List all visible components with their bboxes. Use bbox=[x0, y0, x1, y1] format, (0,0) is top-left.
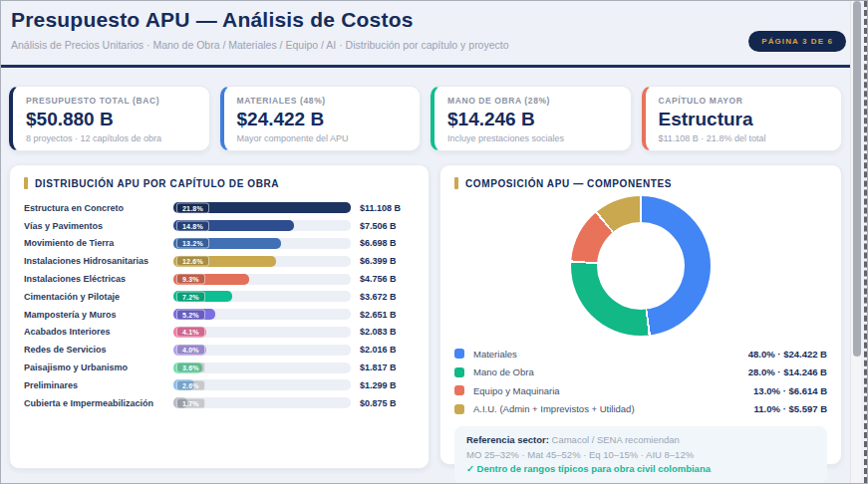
kpi-card: CAPÍTULO MAYOR Estructura $11.108 B · 21… bbox=[642, 86, 843, 151]
kpi-label: MATERIALES (48%) bbox=[237, 96, 408, 106]
bar-value-label: $4.756 B bbox=[351, 274, 415, 284]
bar-track: 4.0% bbox=[173, 345, 351, 356]
bar-chart-row: Preliminares 2.6% $1.299 B bbox=[24, 376, 415, 394]
bar-value-label: $6.399 B bbox=[351, 256, 415, 266]
bar-percent-badge: 7.2% bbox=[176, 291, 205, 302]
bar-track: 12.6% bbox=[173, 256, 351, 267]
legend-swatch-icon bbox=[454, 385, 464, 395]
bar-percent-badge: 4.0% bbox=[176, 345, 205, 356]
bar-category-label: Vías y Pavimentos bbox=[24, 221, 173, 231]
bar-value-label: $2.083 B bbox=[351, 327, 415, 337]
bar-percent-badge: 2.6% bbox=[176, 379, 205, 390]
bar-panel-title: DISTRIBUCIÓN APU POR CAPÍTULO DE OBRA bbox=[24, 177, 415, 189]
bar-value-label: $1.817 B bbox=[351, 363, 415, 372]
bar-percent-badge: 12.6% bbox=[176, 256, 209, 267]
legend-value: 13.0% · $6.614 B bbox=[753, 385, 827, 396]
bar-chart-row: Mampostería y Muros 5.2% $2.651 B bbox=[24, 306, 415, 324]
page-subtitle: Análisis de Precios Unitarios · Mano de … bbox=[11, 39, 840, 51]
bar-chart-panel: DISTRIBUCIÓN APU POR CAPÍTULO DE OBRA Es… bbox=[9, 164, 430, 469]
kpi-value: $24.422 B bbox=[237, 109, 408, 130]
legend-row: A.I.U. (Admin + Imprevistos + Utilidad) … bbox=[454, 400, 827, 419]
bar-chart-row: Redes de Servicios 4.0% $2.016 B bbox=[24, 341, 415, 359]
bar-chart-row: Vías y Pavimentos 14.8% $7.506 B bbox=[24, 217, 415, 235]
vertical-scrollbar[interactable] bbox=[850, 1, 861, 483]
bar-percent-badge: 13.2% bbox=[176, 238, 209, 249]
bar-panel-title-text: DISTRIBUCIÓN APU POR CAPÍTULO DE OBRA bbox=[35, 178, 279, 189]
bar-track: 5.2% bbox=[173, 309, 351, 320]
bar-track: 13.2% bbox=[173, 238, 351, 249]
screenshot-dashed-edge bbox=[864, 1, 867, 483]
legend-row: Materiales 48.0% · $24.422 B bbox=[454, 345, 827, 363]
bar-category-label: Paisajismo y Urbanismo bbox=[24, 363, 173, 372]
bar-track: 2.6% bbox=[173, 379, 351, 390]
page: { "page": { "title": "Presupuesto APU — … bbox=[0, 0, 868, 484]
bar-chart-row: Instalaciones Hidrosanitarias 12.6% $6.3… bbox=[24, 252, 415, 270]
legend-label: A.I.U. (Admin + Imprevistos + Utilidad) bbox=[473, 403, 754, 414]
sector-reference-note: Referencia sector: Camacol / SENA recomi… bbox=[454, 426, 827, 484]
legend-row: Equipo y Maquinaria 13.0% · $6.614 B bbox=[454, 381, 827, 400]
bar-track: 9.3% bbox=[173, 274, 351, 285]
bar-category-label: Acabados Interiores bbox=[24, 327, 173, 337]
bar-category-label: Cimentación y Pilotaje bbox=[24, 292, 173, 302]
bar-track: 21.8% bbox=[173, 202, 351, 213]
note-line1-text: Camacol / SENA recomiendan bbox=[549, 434, 680, 445]
kpi-subtext: $11.108 B · 21.8% del total bbox=[659, 133, 829, 143]
bar-category-label: Movimiento de Tierra bbox=[24, 238, 173, 248]
bar-value-label: $6.698 B bbox=[351, 238, 415, 248]
bar-percent-badge: 9.3% bbox=[176, 274, 205, 285]
legend-value: 48.0% · $24.422 B bbox=[748, 349, 827, 360]
kpi-card: PRESUPUESTO TOTAL (BAC) $50.880 B 8 proy… bbox=[9, 86, 210, 151]
bar-category-label: Redes de Servicios bbox=[24, 345, 173, 355]
legend-swatch-icon bbox=[454, 349, 464, 359]
legend-value: 28.0% · $14.246 B bbox=[748, 366, 827, 377]
kpi-subtext: 8 proyectos · 12 capítulos de obra bbox=[26, 133, 196, 143]
title-accent-icon bbox=[24, 177, 28, 189]
bar-chart-row: Movimiento de Tierra 13.2% $6.698 B bbox=[24, 235, 415, 253]
note-line-2: MO 25–32% · Mat 45–52% · Eq 10–15% · AIU… bbox=[466, 448, 815, 463]
bar-value-label: $3.672 B bbox=[351, 292, 415, 302]
title-accent-icon bbox=[454, 177, 458, 189]
kpi-row: PRESUPUESTO TOTAL (BAC) $50.880 B 8 proy… bbox=[9, 86, 842, 151]
bar-rows: Estructura en Concreto 21.8% $11.108 B V… bbox=[24, 199, 415, 412]
page-header: Presupuesto APU — Análisis de Costos Aná… bbox=[1, 1, 850, 68]
kpi-value: $14.246 B bbox=[447, 109, 618, 130]
donut-panel: COMPOSICIÓN APU — COMPONENTES Materiales… bbox=[439, 164, 842, 465]
kpi-subtext: Incluye prestaciones sociales bbox=[447, 133, 618, 143]
bar-track: 14.8% bbox=[173, 220, 351, 231]
donut-hole bbox=[597, 222, 685, 310]
kpi-label: PRESUPUESTO TOTAL (BAC) bbox=[26, 96, 196, 106]
panels-row: DISTRIBUCIÓN APU POR CAPÍTULO DE OBRA Es… bbox=[9, 164, 842, 469]
bar-percent-badge: 1.7% bbox=[176, 397, 205, 408]
bar-track: 4.1% bbox=[173, 327, 351, 338]
bar-chart-row: Instalaciones Eléctricas 9.3% $4.756 B bbox=[24, 270, 415, 288]
kpi-subtext: Mayor componente del APU bbox=[237, 133, 408, 143]
bar-value-label: $7.506 B bbox=[351, 221, 415, 231]
bar-category-label: Estructura en Concreto bbox=[24, 203, 173, 213]
bar-track: 1.7% bbox=[173, 397, 351, 408]
kpi-value: $50.880 B bbox=[26, 109, 196, 130]
legend-label: Mano de Obra bbox=[473, 366, 748, 377]
legend-row: Mano de Obra 28.0% · $14.246 B bbox=[454, 363, 827, 382]
scrollbar-thumb[interactable] bbox=[853, 1, 861, 357]
bar-category-label: Instalaciones Eléctricas bbox=[24, 274, 173, 284]
bar-category-label: Preliminares bbox=[24, 380, 173, 390]
bar-track: 3.6% bbox=[173, 363, 351, 373]
note-line-1: Referencia sector: Camacol / SENA recomi… bbox=[466, 433, 815, 448]
legend-label: Materiales bbox=[473, 349, 748, 360]
bar-chart-row: Acabados Interiores 4.1% $2.083 B bbox=[24, 324, 415, 342]
note-lead: Referencia sector: bbox=[466, 434, 549, 445]
bar-percent-badge: 14.8% bbox=[176, 220, 209, 231]
donut-legend: Materiales 48.0% · $24.422 B Mano de Obr… bbox=[454, 345, 827, 418]
bar-percent-badge: 3.6% bbox=[176, 363, 205, 373]
kpi-card: MANO DE OBRA (28%) $14.246 B Incluye pre… bbox=[431, 86, 632, 151]
donut-panel-title: COMPOSICIÓN APU — COMPONENTES bbox=[454, 177, 827, 189]
bar-value-label: $2.016 B bbox=[351, 345, 415, 355]
bar-chart-row: Estructura en Concreto 21.8% $11.108 B bbox=[24, 199, 415, 217]
bar-track: 7.2% bbox=[173, 291, 351, 302]
legend-swatch-icon bbox=[454, 404, 464, 414]
page-number-badge: PÁGINA 3 DE 6 bbox=[748, 31, 846, 52]
legend-swatch-icon bbox=[454, 367, 464, 377]
bar-chart-row: Paisajismo y Urbanismo 3.6% $1.817 B bbox=[24, 359, 415, 376]
main-viewport: Presupuesto APU — Análisis de Costos Aná… bbox=[1, 1, 850, 483]
bar-category-label: Instalaciones Hidrosanitarias bbox=[24, 256, 173, 266]
